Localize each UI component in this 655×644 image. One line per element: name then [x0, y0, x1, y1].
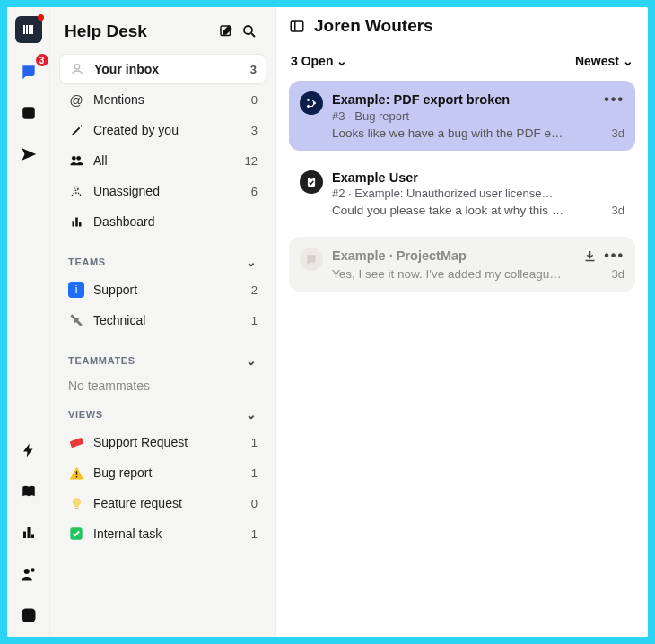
- svg-point-27: [307, 99, 310, 101]
- team-technical[interactable]: Technical 1: [59, 305, 266, 335]
- status-filter-label: 3 Open: [291, 54, 333, 68]
- svg-rect-1: [26, 25, 28, 34]
- view-bug-report[interactable]: Bug report 1: [59, 457, 266, 488]
- warning-icon: [68, 465, 84, 481]
- section-views-header[interactable]: VIEWS ⌄: [59, 398, 266, 427]
- nav-label: Mentions: [93, 92, 144, 107]
- svg-rect-0: [23, 25, 25, 34]
- ticket-title: Example User: [332, 170, 418, 185]
- main-header: Joren Wouters: [289, 16, 635, 45]
- team-support[interactable]: i Support 2: [59, 274, 266, 305]
- more-icon[interactable]: •••: [604, 248, 624, 264]
- view-internal-task[interactable]: Internal task 1: [59, 518, 266, 549]
- nav-all[interactable]: All 12: [59, 145, 266, 176]
- rail-messenger-icon[interactable]: [16, 603, 41, 628]
- rail-reports-icon[interactable]: [16, 520, 41, 545]
- tools-icon: [68, 312, 84, 328]
- bar-chart-icon: [68, 213, 84, 230]
- nav-label: Created by you: [93, 123, 179, 137]
- svg-point-12: [244, 26, 252, 34]
- ticket-title: Example · ProjectMap: [332, 248, 467, 263]
- status-filter[interactable]: 3 Open ⌄: [291, 54, 347, 68]
- person-outline-icon: [69, 61, 85, 77]
- sidebar-toggle-icon[interactable]: [289, 18, 305, 34]
- rail-send-icon[interactable]: [16, 142, 41, 167]
- chevron-down-icon: ⌄: [336, 54, 347, 68]
- nav-count: 0: [251, 93, 258, 107]
- nav-your-inbox[interactable]: Your inbox 3: [59, 54, 266, 84]
- rail-contacts-icon[interactable]: [16, 561, 41, 587]
- download-icon[interactable]: [583, 249, 597, 263]
- nav-count: 1: [251, 436, 258, 449]
- nav-label: Bug report: [93, 466, 152, 480]
- app-logo-icon[interactable]: [15, 16, 42, 43]
- ticket-body: Example User #2 · Example: Unauthorized …: [332, 170, 624, 217]
- nav-label: Unassigned: [93, 184, 160, 198]
- ticket-list: Example: PDF export broken ••• #3 · Bug …: [289, 81, 635, 292]
- nav-unassigned[interactable]: Unassigned 6: [59, 176, 266, 206]
- nav-mentions[interactable]: @ Mentions 0: [59, 84, 266, 115]
- rail-articles-icon[interactable]: [16, 479, 41, 504]
- svg-rect-4: [22, 107, 35, 119]
- ticket-item[interactable]: Example · ProjectMap ••• Yes, I see it n…: [289, 237, 635, 292]
- svg-point-13: [74, 65, 79, 69]
- unassigned-icon: [68, 183, 84, 199]
- svg-point-28: [307, 105, 310, 108]
- view-feature-request[interactable]: Feature request 0: [59, 488, 266, 518]
- nav-dashboard[interactable]: Dashboard: [59, 206, 266, 237]
- compose-button[interactable]: [214, 20, 238, 43]
- nav-created-by-you[interactable]: Created by you 3: [59, 115, 266, 145]
- chevron-down-icon: ⌄: [246, 353, 258, 368]
- nav-count: 6: [251, 185, 258, 198]
- lightbulb-icon: [68, 495, 84, 511]
- check-box-icon: [68, 526, 84, 542]
- section-title: TEAMMATES: [68, 355, 135, 366]
- svg-rect-6: [27, 527, 30, 538]
- search-button[interactable]: [238, 20, 261, 43]
- svg-rect-3: [31, 25, 33, 34]
- chevron-down-icon: ⌄: [623, 54, 633, 68]
- nav-count: 0: [251, 497, 258, 510]
- section-teammates-header[interactable]: TEAMMATES ⌄: [59, 344, 266, 373]
- ticket-time: 3d: [612, 267, 624, 281]
- ticket-snippet: Could you please take a look at why this…: [332, 204, 605, 217]
- ticket-body: Example · ProjectMap ••• Yes, I see it n…: [332, 248, 624, 281]
- chevron-down-icon: ⌄: [246, 255, 258, 269]
- svg-rect-19: [79, 222, 82, 226]
- nav-label: Internal task: [93, 527, 162, 541]
- view-support-request[interactable]: Support Request 1: [59, 427, 266, 457]
- teams-list: i Support 2 Technical 1: [59, 274, 266, 335]
- rail-inbox-icon[interactable]: 3: [16, 59, 41, 84]
- svg-rect-21: [75, 471, 76, 474]
- nav-count: 2: [251, 283, 258, 297]
- sidebar-nav-list: Your inbox 3 @ Mentions 0 Created by you…: [59, 54, 266, 237]
- ticket-body: Example: PDF export broken ••• #3 · Bug …: [332, 91, 624, 140]
- svg-rect-10: [22, 609, 35, 622]
- nav-label: Dashboard: [93, 214, 155, 229]
- nav-count: 1: [251, 466, 258, 480]
- svg-rect-31: [310, 177, 314, 179]
- rail-automation-icon[interactable]: [16, 438, 41, 463]
- nav-label: All: [93, 153, 108, 168]
- ticket-time: 3d: [612, 204, 624, 217]
- svg-rect-18: [75, 217, 78, 226]
- sidebar: Help Desk Your inbox 3 @ Mentions 0: [50, 7, 276, 637]
- nav-label: Technical: [93, 313, 145, 327]
- at-sign-icon: @: [68, 91, 84, 108]
- main-panel: Joren Wouters 3 Open ⌄ Newest ⌄ Example:…: [276, 7, 648, 637]
- nav-count: 1: [251, 527, 258, 541]
- ticket-meta: #3 · Bug report: [332, 109, 624, 123]
- ticket-item[interactable]: Example User #2 · Example: Unauthorized …: [289, 160, 635, 228]
- more-icon[interactable]: •••: [604, 91, 624, 108]
- nav-count: 1: [251, 314, 258, 327]
- sidebar-header: Help Desk: [59, 16, 266, 47]
- ticket-item[interactable]: Example: PDF export broken ••• #3 · Bug …: [289, 81, 635, 151]
- sort-dropdown[interactable]: Newest ⌄: [575, 54, 633, 68]
- rail-tickets-icon[interactable]: [16, 100, 41, 126]
- svg-rect-2: [29, 25, 31, 34]
- nav-label: Your inbox: [94, 62, 159, 76]
- rail-inbox-badge: 3: [36, 54, 48, 66]
- nav-label: Support Request: [93, 435, 188, 449]
- section-teams-header[interactable]: TEAMS ⌄: [59, 246, 266, 274]
- nav-label: Support: [93, 283, 137, 297]
